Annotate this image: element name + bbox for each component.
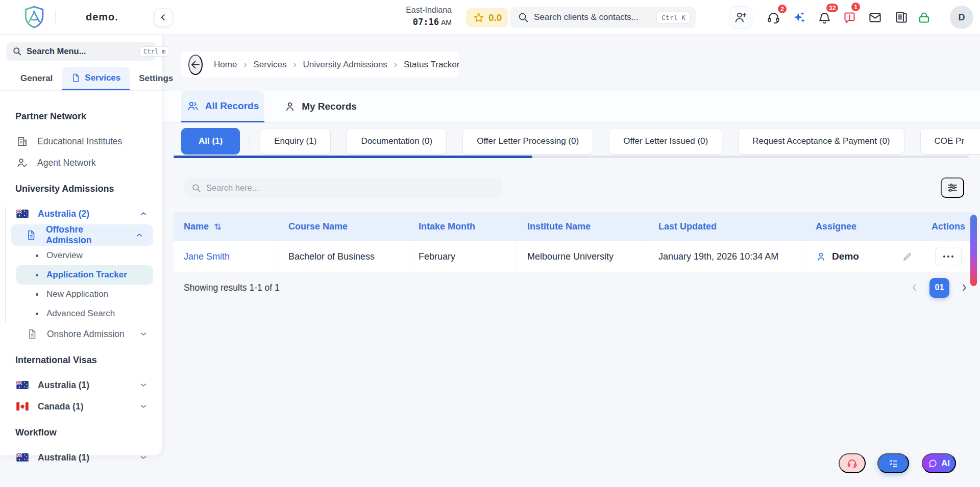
topbar-divider-2 — [942, 10, 942, 24]
breadcrumb-status-tracker[interactable]: Status Tracker — [404, 60, 460, 70]
chips-scrollbar-thumb[interactable] — [174, 156, 532, 158]
status-filter-chips: All (1) Enquiry (1) Documentation (0) Of… — [174, 127, 980, 155]
item-label: Australia (2) — [38, 209, 89, 219]
filter-chip-enquiry[interactable]: Enquiry (1) — [260, 128, 331, 155]
table-search[interactable] — [184, 178, 503, 197]
breadcrumb: Home › Services › University Admissions … — [214, 59, 459, 70]
sidebar-item-iv-australia[interactable]: Australia (1) — [0, 374, 157, 396]
tab-general[interactable]: General — [11, 67, 62, 90]
tasks-fab[interactable] — [877, 453, 909, 473]
canada-flag-icon — [16, 402, 29, 411]
user-avatar[interactable]: D — [950, 6, 973, 29]
filter-chip-request-acceptance-payment[interactable]: Request Acceptance & Payment (0) — [738, 128, 904, 155]
column-header-institute-name[interactable]: Institute Name — [517, 212, 648, 241]
chevron-down-icon — [139, 380, 148, 390]
breadcrumb-university-admissions[interactable]: University Admissions — [303, 60, 387, 70]
lock-icon[interactable] — [917, 11, 931, 24]
filter-chip-all[interactable]: All (1) — [181, 128, 240, 155]
column-header-assignee[interactable]: Assignee — [800, 212, 920, 241]
rating-value: 0.0 — [488, 12, 502, 23]
breadcrumb-services[interactable]: Services — [253, 60, 286, 70]
page-prev-icon[interactable] — [909, 282, 920, 293]
column-header-actions: Actions — [920, 212, 976, 241]
item-label: New Application — [46, 289, 108, 299]
sidebar-item-new-application[interactable]: New Application — [0, 285, 157, 304]
star-icon — [473, 12, 485, 24]
tab-settings[interactable]: Settings — [130, 67, 182, 90]
sidebar-collapse-button[interactable] — [154, 8, 173, 27]
sidebar-item-wf-australia[interactable]: Australia (1) — [0, 447, 157, 468]
cell-name: Jane Smith — [174, 241, 278, 272]
tab-my-records[interactable]: My Records — [277, 91, 364, 122]
sidebar-menu-search[interactable]: Ctrl m — [6, 42, 156, 61]
global-search[interactable]: Ctrl K — [510, 7, 696, 28]
chevron-right-icon: › — [293, 59, 297, 70]
filter-chip-documentation[interactable]: Documentation (0) — [347, 128, 447, 155]
item-label: Australia (1) — [38, 452, 89, 463]
ai-label: AI — [941, 458, 950, 469]
sidebar-item-overview[interactable]: Overview — [0, 246, 157, 265]
alerts-badge: 1 — [850, 2, 861, 12]
column-header-intake-month[interactable]: Intake Month — [408, 212, 517, 241]
filter-chip-offer-letter-issued[interactable]: Offer Letter Issued (0) — [609, 128, 722, 155]
record-name-link[interactable]: Jane Smith — [184, 251, 230, 262]
assignee-name: Demo — [832, 251, 859, 262]
results-summary: Showing results 1-1 of 1 — [184, 283, 280, 293]
tab-all-records[interactable]: All Records — [181, 91, 264, 122]
chips-scrollbar[interactable] — [174, 156, 969, 158]
brand-name: demo. — [86, 11, 118, 23]
news-icon[interactable] — [894, 11, 908, 24]
checklist-icon — [888, 458, 899, 469]
filter-chip-offer-letter-processing[interactable]: Offer Letter Processing (0) — [462, 128, 593, 155]
search-icon — [12, 46, 22, 56]
file-icon — [26, 229, 37, 241]
table-row: Jane Smith Bachelor of Business February… — [174, 241, 976, 272]
cell-actions — [920, 241, 976, 272]
column-header-name[interactable]: Name — [174, 212, 278, 241]
item-label: Application Tracker — [46, 270, 127, 280]
search-icon — [191, 183, 201, 193]
rating-pill[interactable]: 0.0 — [466, 8, 508, 27]
section-partner-network: Partner Network — [15, 111, 157, 124]
table-footer: Showing results 1-1 of 1 01 — [174, 277, 970, 298]
support-fab[interactable] — [839, 453, 866, 473]
australia-flag-icon — [16, 210, 29, 218]
sidebar-item-ua-australia[interactable]: Australia (2) — [0, 203, 157, 224]
sidebar-search-input[interactable] — [27, 46, 139, 56]
timezone-label: East-Indiana — [388, 6, 452, 15]
bullet-icon — [36, 313, 38, 315]
person-icon — [816, 251, 826, 262]
back-button[interactable] — [188, 55, 203, 75]
global-search-input[interactable] — [534, 12, 656, 22]
chevron-down-icon — [139, 329, 148, 339]
sparkles-icon[interactable] — [792, 11, 806, 24]
column-header-last-updated[interactable]: Last Updated — [648, 212, 800, 241]
sidebar-item-offshore-admission[interactable]: Offoshre Admission — [11, 224, 153, 246]
ai-assistant-fab[interactable]: AI — [922, 453, 956, 473]
sidebar-nav: Partner Network Educational Institutes A… — [0, 91, 162, 468]
edit-assignee-icon[interactable] — [902, 251, 913, 262]
sidebar-item-onshore-admission[interactable]: Onshore Admission — [0, 323, 157, 345]
column-header-course-name[interactable]: Course Name — [278, 212, 408, 241]
column-settings-button[interactable] — [941, 177, 964, 198]
breadcrumb-home[interactable]: Home — [214, 60, 237, 70]
page-next-icon[interactable] — [959, 282, 970, 293]
tab-services[interactable]: Services — [62, 67, 130, 90]
add-contact-button[interactable] — [729, 6, 752, 29]
headset-icon — [847, 458, 857, 469]
row-actions-button[interactable] — [935, 247, 962, 266]
item-label: Australia (1) — [38, 380, 89, 391]
sidebar-item-application-tracker[interactable]: Application Tracker — [16, 265, 153, 285]
page-number-button[interactable]: 01 — [929, 278, 949, 298]
sidebar-item-advanced-search[interactable]: Advanced Search — [0, 304, 157, 323]
alerts-bubble-icon[interactable] — [843, 11, 856, 24]
table-search-input[interactable] — [206, 183, 496, 193]
support-badge: 2 — [777, 4, 788, 14]
sort-icon[interactable] — [213, 222, 223, 232]
mail-icon[interactable] — [868, 11, 882, 24]
table-vertical-scrollbar[interactable] — [970, 215, 977, 286]
filter-chip-coe-processing[interactable]: COE Pr — [920, 128, 980, 155]
sidebar-item-iv-canada[interactable]: Canada (1) — [0, 396, 157, 417]
sidebar-item-agent-network[interactable]: Agent Network — [0, 152, 157, 173]
sidebar-item-educational-institutes[interactable]: Educational Institutes — [0, 131, 157, 152]
